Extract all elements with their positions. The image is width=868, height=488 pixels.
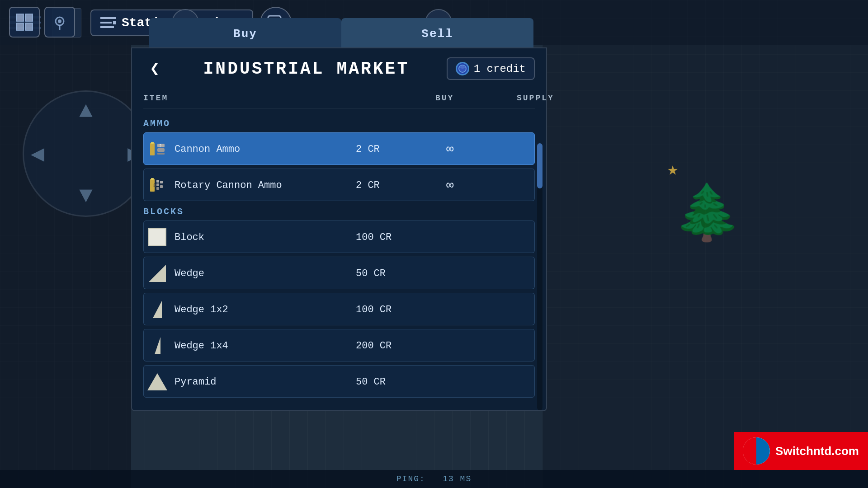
dpad-down[interactable]: ▼ (79, 183, 93, 209)
block-name: Block (171, 232, 356, 243)
wedge-1x2-price: 100 CR (356, 304, 446, 315)
svg-rect-29 (160, 185, 163, 188)
pyramid-name: Pyramid (171, 376, 356, 388)
rotary-cannon-ammo-supply: ∞ (446, 178, 528, 192)
nintendo-badge: Switchntd.com (734, 432, 868, 470)
list-item[interactable]: 8 Rotary Cannon Ammo 2 CR ∞ (143, 169, 535, 201)
wedge-1x2-icon (144, 293, 171, 326)
ammo-category-label: AMMO (143, 118, 535, 129)
col-supply-header: SUPPLY (517, 94, 535, 103)
dpad-circle: ▲ ▼ ◀ ▶ (23, 90, 149, 217)
svg-rect-10 (113, 21, 116, 24)
list-item[interactable]: Wedge 1x4 200 CR (143, 329, 535, 361)
cannon-ammo-supply: ∞ (446, 142, 528, 156)
list-item[interactable]: Wedge 50 CR (143, 257, 535, 289)
rotary-cannon-ammo-name: Rotary Cannon Ammo (171, 180, 356, 191)
cannon-ammo-name: Cannon Ammo (171, 144, 356, 155)
svg-rect-17 (150, 143, 155, 155)
market-tabs: Buy Sell (149, 18, 533, 50)
svg-rect-3 (25, 23, 33, 30)
map-location-button[interactable] (44, 7, 75, 38)
svg-rect-20 (157, 148, 165, 152)
svg-rect-27 (156, 187, 159, 190)
svg-rect-28 (160, 181, 163, 183)
map-grid-button[interactable] (9, 7, 40, 38)
market-title: INDUSTRIAL MARKET (203, 59, 410, 79)
scrollbar[interactable] (537, 143, 542, 410)
dpad: ▲ ▼ ◀ ▶ (23, 90, 149, 217)
block-icon (144, 221, 171, 253)
back-button[interactable]: ❮ (143, 57, 166, 80)
list-item[interactable]: Pyramid 50 CR (143, 365, 535, 398)
list-item[interactable]: 2 Cannon Ammo 2 CR ∞ (143, 132, 535, 165)
svg-point-5 (58, 19, 61, 23)
credit-display: 1 credit (447, 57, 535, 80)
wedge-1x4-price: 200 CR (356, 340, 446, 352)
star-decoration: ★ (667, 158, 678, 180)
pyramid-price: 50 CR (356, 376, 446, 388)
market-panel: ❮ INDUSTRIAL MARKET 1 credit ITEM BUY SU… (131, 47, 547, 411)
cannon-ammo-icon: 2 (144, 133, 171, 165)
svg-text:8: 8 (153, 183, 156, 188)
ping-label: PING: 13 MS (396, 474, 472, 483)
wedge-1x4-icon (144, 329, 171, 362)
svg-rect-7 (100, 17, 116, 19)
nintendo-url: Switchntd.com (775, 444, 859, 458)
mini-map-controls (9, 7, 75, 38)
dpad-left[interactable]: ◀ (31, 140, 44, 168)
wedge-price: 50 CR (356, 268, 446, 279)
wedge-1x2-name: Wedge 1x2 (171, 304, 356, 315)
rotary-ammo-icon: 8 (144, 169, 171, 202)
svg-point-16 (460, 66, 465, 69)
svg-rect-26 (156, 183, 159, 186)
wedge-name: Wedge (171, 268, 356, 279)
market-list[interactable]: AMMO 2 Cannon Ammo 2 CR ∞ (143, 113, 535, 401)
pyramid-icon (144, 366, 171, 398)
wedge-1x4-name: Wedge 1x4 (171, 340, 356, 352)
tab-buy[interactable]: Buy (149, 18, 341, 50)
svg-rect-18 (151, 142, 154, 144)
panel-header: ❮ INDUSTRIAL MARKET 1 credit (143, 57, 535, 80)
svg-rect-8 (100, 22, 112, 23)
svg-rect-9 (100, 26, 114, 28)
svg-rect-21 (157, 153, 165, 155)
xmas-tree-decoration: 🌲 (674, 181, 741, 247)
svg-rect-2 (16, 23, 24, 30)
rotary-cannon-ammo-price: 2 CR (356, 180, 446, 191)
scrollbar-handle[interactable] (537, 143, 542, 188)
cannon-ammo-price: 2 CR (356, 144, 446, 155)
credit-icon (456, 62, 469, 75)
wedge-icon (144, 257, 171, 290)
dpad-up[interactable]: ▲ (79, 99, 93, 124)
list-item[interactable]: Block 100 CR (143, 221, 535, 253)
svg-rect-1 (25, 14, 33, 21)
tab-sell[interactable]: Sell (341, 18, 533, 50)
blocks-category-label: BLOCKS (143, 206, 535, 217)
col-buy-header: BUY (435, 94, 517, 103)
svg-rect-0 (16, 14, 24, 21)
back-icon: ❮ (150, 59, 160, 79)
svg-text:2: 2 (160, 144, 162, 148)
svg-rect-25 (156, 180, 159, 183)
nintendo-logo (743, 437, 770, 465)
list-item[interactable]: Wedge 1x2 100 CR (143, 293, 535, 325)
credit-amount: 1 credit (474, 63, 526, 75)
col-item-header: ITEM (143, 94, 435, 103)
right-panel-bg (542, 45, 868, 488)
column-headers: ITEM BUY SUPPLY (143, 91, 535, 108)
svg-rect-24 (151, 178, 154, 180)
block-price: 100 CR (356, 232, 446, 243)
ping-bar: PING: 13 MS (0, 470, 868, 488)
